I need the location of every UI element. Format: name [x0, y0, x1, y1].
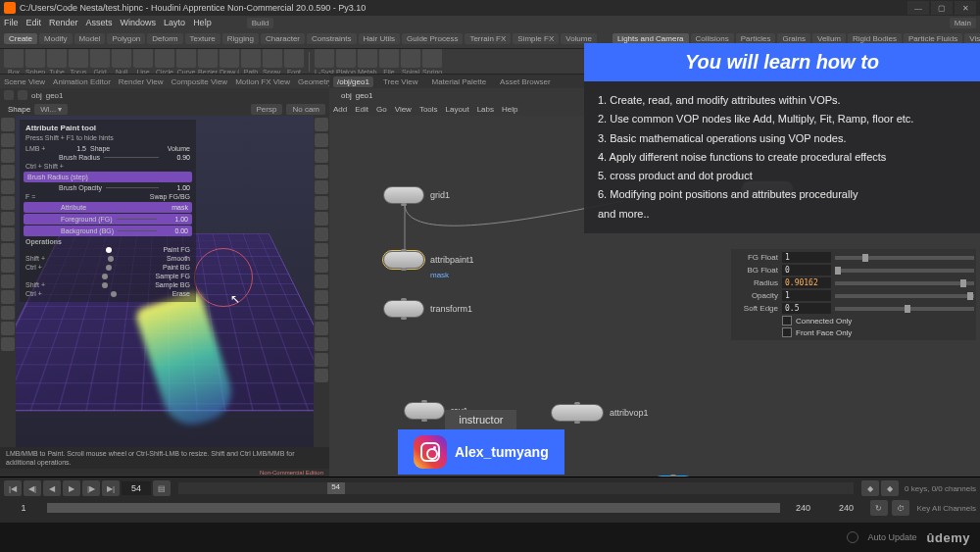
- vp-tool-icon[interactable]: [1, 227, 15, 241]
- tool-sphere-icon[interactable]: [25, 49, 45, 68]
- camera-dropdown[interactable]: No cam: [286, 104, 325, 115]
- play-end-button[interactable]: ▶|: [102, 480, 120, 496]
- display-option-icon[interactable]: [315, 227, 328, 241]
- nw-crumb[interactable]: geo1: [356, 91, 373, 100]
- play-fwd-button[interactable]: ▶: [63, 480, 80, 496]
- menu-assets[interactable]: Assets: [86, 18, 113, 27]
- menu-help[interactable]: Help: [193, 18, 212, 27]
- display-option-icon[interactable]: [315, 275, 328, 288]
- auto-update-label[interactable]: Auto Update: [868, 532, 917, 542]
- minimize-button[interactable]: —: [907, 1, 929, 15]
- shelf-tab[interactable]: Texture: [185, 33, 220, 44]
- gear-icon[interactable]: [847, 531, 858, 543]
- display-option-icon[interactable]: [315, 243, 328, 257]
- shelf-tab[interactable]: Terrain FX: [465, 33, 511, 44]
- shelf-tab[interactable]: Guide Process: [402, 33, 463, 44]
- fg-float-slider[interactable]: [835, 256, 974, 260]
- play-back-button[interactable]: ◀: [43, 480, 61, 496]
- pane-tab[interactable]: Motion FX View: [235, 77, 290, 86]
- shelf-tab[interactable]: Constraints: [307, 33, 356, 44]
- tool-box-icon[interactable]: [4, 49, 24, 68]
- node-transform1[interactable]: transform1: [383, 300, 472, 318]
- frame-picker-icon[interactable]: ▤: [153, 480, 171, 496]
- pane-tab[interactable]: Render View: [119, 77, 164, 86]
- range-end-2[interactable]: 240: [827, 503, 866, 513]
- close-button[interactable]: ✕: [955, 1, 976, 15]
- display-option-icon[interactable]: [315, 337, 328, 351]
- tool-file-icon[interactable]: [379, 49, 399, 68]
- pane-tab[interactable]: Composite View: [171, 77, 227, 86]
- opacity-field[interactable]: 1: [782, 290, 831, 301]
- select-tool-icon[interactable]: [1, 118, 15, 131]
- pane-tab[interactable]: Geometry Spre: [298, 77, 329, 86]
- tool-circle-icon[interactable]: [155, 49, 174, 68]
- timeline-marker[interactable]: 54: [327, 482, 345, 494]
- tool-drawcurve-icon[interactable]: [220, 49, 239, 68]
- pane-tab[interactable]: Scene View: [4, 77, 45, 86]
- step-back-button[interactable]: ◀|: [24, 480, 41, 496]
- shelf-tab[interactable]: Polygon: [107, 33, 145, 44]
- opacity-slider[interactable]: [835, 294, 974, 298]
- menu-file[interactable]: File: [4, 18, 19, 27]
- fg-float-field[interactable]: 1: [782, 252, 831, 263]
- nw-menu[interactable]: Tools: [419, 105, 438, 114]
- shelf-tab[interactable]: Create: [4, 33, 37, 44]
- tool-grid-icon[interactable]: [90, 49, 110, 68]
- display-option-icon[interactable]: [315, 212, 328, 226]
- scale-tool-icon[interactable]: [1, 165, 15, 178]
- menu-render[interactable]: Render: [49, 18, 78, 27]
- tool-line-icon[interactable]: [133, 49, 153, 68]
- front-face-checkbox[interactable]: [782, 327, 792, 337]
- tool-bezier-icon[interactable]: [198, 49, 218, 68]
- display-option-icon[interactable]: [315, 149, 328, 163]
- vp-tool-icon[interactable]: [1, 259, 15, 273]
- nw-menu[interactable]: Go: [376, 105, 387, 114]
- shelf-tab[interactable]: Modify: [39, 33, 73, 44]
- range-start[interactable]: 1: [4, 503, 43, 513]
- shelf-tab[interactable]: Character: [261, 33, 305, 44]
- vp-dropdown[interactable]: Wi... ▾: [34, 104, 68, 115]
- display-option-icon[interactable]: [315, 369, 328, 382]
- display-option-icon[interactable]: [315, 165, 328, 178]
- menu-edit[interactable]: Edit: [26, 18, 42, 27]
- display-option-icon[interactable]: [315, 290, 328, 304]
- shelf-tab[interactable]: Model: [74, 33, 106, 44]
- crumb-obj[interactable]: obj: [31, 91, 42, 100]
- display-option-icon[interactable]: [315, 322, 328, 335]
- radius-slider[interactable]: [835, 281, 974, 285]
- nw-crumb[interactable]: obj: [341, 91, 352, 100]
- bg-float-field[interactable]: 0: [782, 265, 831, 276]
- nw-menu[interactable]: Edit: [355, 105, 368, 114]
- tool-spraypaint-icon[interactable]: [263, 49, 282, 68]
- menuset-dropdown[interactable]: Main: [950, 18, 976, 28]
- display-option-icon[interactable]: [315, 306, 328, 320]
- key-toggle-icon[interactable]: ◆: [861, 480, 879, 496]
- rotate-tool-icon[interactable]: [1, 149, 15, 163]
- range-end[interactable]: 240: [784, 503, 823, 513]
- vp-tool-icon[interactable]: [1, 337, 15, 351]
- tool-spiral-icon[interactable]: [401, 49, 420, 68]
- display-option-icon[interactable]: [315, 196, 328, 210]
- shelf-tab[interactable]: Deform: [147, 33, 182, 44]
- nw-menu[interactable]: Labs: [477, 105, 494, 114]
- display-option-icon[interactable]: [315, 259, 328, 273]
- snap-icon[interactable]: [1, 180, 15, 194]
- network-tab[interactable]: Asset Browser: [496, 76, 555, 87]
- network-tab[interactable]: Tree View: [379, 76, 422, 87]
- menu-layto[interactable]: Layto: [164, 18, 185, 27]
- nw-menu[interactable]: Layout: [446, 105, 469, 114]
- nw-menu[interactable]: Help: [502, 105, 517, 114]
- vp-tool-icon[interactable]: [1, 212, 15, 226]
- current-frame-field[interactable]: 54: [122, 481, 151, 495]
- display-option-icon[interactable]: [315, 133, 328, 147]
- node-attribvop1[interactable]: attribvop1: [551, 404, 649, 422]
- tool-null-icon[interactable]: [112, 49, 131, 68]
- shelf-tab[interactable]: Hair Utils: [359, 33, 400, 44]
- tool-torus-icon[interactable]: [69, 49, 88, 68]
- persp-dropdown[interactable]: Persp: [251, 104, 283, 115]
- vp-tool-icon[interactable]: [1, 275, 15, 288]
- tool-font-icon[interactable]: [284, 49, 304, 68]
- tool-spring-icon[interactable]: [422, 49, 442, 68]
- node-grid1[interactable]: grid1: [383, 186, 450, 204]
- bg-float-slider[interactable]: [835, 269, 974, 273]
